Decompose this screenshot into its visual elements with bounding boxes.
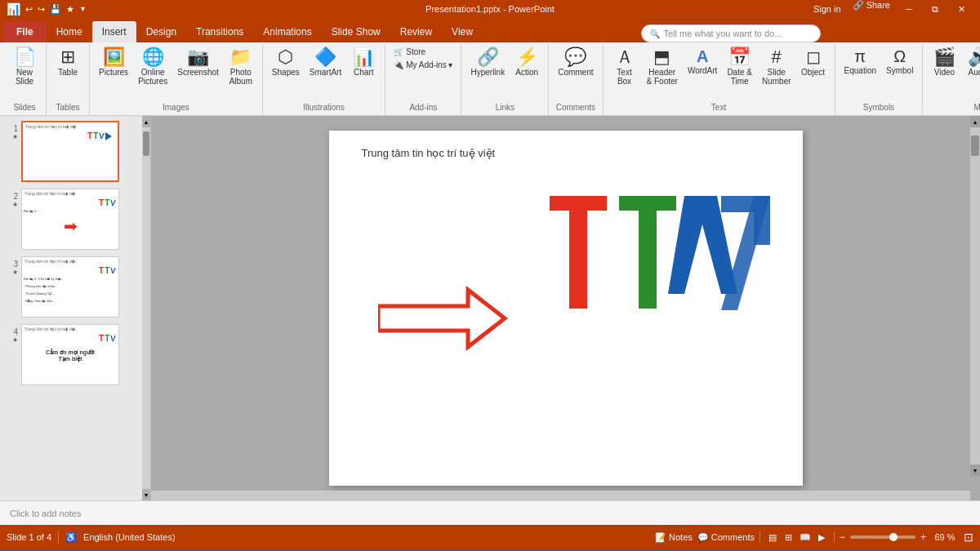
fit-btn[interactable]: ⊡: [964, 531, 973, 544]
hyperlink-button[interactable]: 🔗 Hyperlink: [466, 46, 509, 79]
comments-btn[interactable]: 💬 Comments: [697, 532, 755, 543]
smartart-button[interactable]: 🔷 SmartArt: [305, 46, 345, 79]
wordart-button[interactable]: A WordArt: [684, 46, 722, 78]
wordart-icon: A: [697, 48, 708, 64]
new-slide-button[interactable]: 📄 NewSlide: [8, 46, 41, 88]
restore-button[interactable]: ⧉: [923, 0, 947, 18]
my-addins-button[interactable]: 🔌 My Add-ins ▾: [390, 59, 456, 71]
photo-album-button[interactable]: 📁 PhotoAlbum: [225, 46, 257, 88]
slide-number-1: 1: [5, 121, 18, 133]
comment-button[interactable]: 💬 Comment: [554, 46, 597, 79]
close-button[interactable]: ✕: [949, 0, 973, 18]
quick-access-star[interactable]: ★: [66, 4, 74, 15]
slide-number-button[interactable]: # SlideNumber: [758, 46, 795, 88]
slide-thumb-2[interactable]: 2 ★ Trung tâm tin học trí tuệ việt T T V…: [3, 187, 147, 251]
header-footer-button[interactable]: ⬒ Header& Footer: [643, 46, 682, 88]
comments-group-label: Comments: [554, 103, 597, 113]
notes-btn[interactable]: 📝 Notes: [655, 532, 693, 543]
ribbon-group-addins: 🛒 Store 🔌 My Add-ins ▾ Add-ins: [385, 44, 461, 115]
video-icon: 🎬: [933, 48, 956, 66]
zoom-level[interactable]: 69 %: [931, 532, 959, 542]
slideshow-btn[interactable]: ▶: [814, 530, 829, 544]
photo-album-icon: 📁: [229, 48, 252, 66]
slides-group-content: 📄 NewSlide: [8, 46, 41, 103]
slide-thumbnail-1: Trung tâm tin học trí tuệ việt T T V: [21, 121, 119, 182]
tab-file[interactable]: File: [3, 21, 47, 42]
slide-thumb-4[interactable]: 4 ★ Trung tâm tin học trí tuệ việt T T V…: [3, 322, 147, 387]
action-button[interactable]: ⚡ Action: [510, 46, 543, 79]
slide-panel-scrollbar[interactable]: ▲ ▼: [142, 116, 150, 500]
slide-star-4: ★: [12, 336, 18, 344]
canvas-scroll-up[interactable]: ▲: [970, 116, 980, 127]
minimize-button[interactable]: ─: [897, 0, 921, 18]
zoom-plus[interactable]: +: [920, 531, 926, 543]
action-icon: ⚡: [516, 48, 538, 66]
svg-marker-0: [105, 132, 112, 140]
canvas-vscrollbar[interactable]: ▲ ▼: [970, 116, 980, 476]
quick-access-dropdown[interactable]: ▼: [79, 5, 87, 13]
ribbon-group-symbols: π Equation Ω Symbol Symbols: [835, 44, 924, 115]
screenshot-button[interactable]: 📷 Screenshot: [173, 46, 223, 79]
video-button[interactable]: 🎬 Video: [928, 46, 960, 79]
tab-view[interactable]: View: [442, 21, 483, 42]
quick-access-save[interactable]: 💾: [50, 4, 61, 15]
textbox-icon: Ａ: [616, 48, 634, 66]
object-button[interactable]: ◻ Object: [797, 46, 830, 79]
tab-transitions[interactable]: Transitions: [186, 21, 253, 42]
chart-icon: 📊: [353, 48, 375, 66]
addins-group-content: 🛒 Store 🔌 My Add-ins ▾: [390, 46, 456, 103]
reading-view-btn[interactable]: 📖: [798, 530, 813, 544]
canvas-scroll-track: [970, 127, 980, 464]
symbol-icon: Ω: [893, 48, 906, 64]
screenshot-icon: 📷: [187, 48, 209, 66]
tab-insert[interactable]: Insert: [92, 21, 136, 42]
notes-bar[interactable]: Click to add notes: [0, 500, 980, 525]
normal-view-btn[interactable]: ▤: [765, 530, 780, 544]
thumb-farewell: Cảm ơn mọi ngườiTạm biệt: [46, 349, 95, 362]
textbox-button[interactable]: Ａ TextBox: [608, 46, 641, 88]
addins-group-label: Add-ins: [390, 103, 456, 113]
ribbon: 📄 NewSlide Slides ⊞ Table Tables 🖼️ Pict…: [0, 42, 980, 116]
slide-panel: 1 ★ Trung tâm tin học trí tuệ việt T T V: [0, 116, 151, 500]
slide-thumb-1[interactable]: 1 ★ Trung tâm tin học trí tuệ việt T T V: [3, 119, 147, 184]
zoom-thumb: [889, 533, 898, 541]
zoom-minus[interactable]: −: [840, 531, 845, 543]
slides-group-label: Slides: [8, 103, 41, 113]
store-button[interactable]: 🛒 Store: [390, 46, 456, 58]
slide-num-wrap-3: 3 ★: [5, 256, 18, 276]
addins-col: 🛒 Store 🔌 My Add-ins ▾: [390, 46, 456, 71]
slide-thumb-3[interactable]: 3 ★ Trung tâm tin học trí tuệ việt T T V…: [3, 255, 147, 319]
symbol-button[interactable]: Ω Symbol: [882, 46, 917, 78]
audio-button[interactable]: 🔊 Audio: [962, 46, 980, 79]
slide-thumbnail-3: Trung tâm tin học trí tuệ việt T T V Bài…: [21, 256, 119, 318]
tab-design[interactable]: Design: [136, 21, 186, 42]
scroll-up[interactable]: ▲: [142, 116, 150, 127]
quick-access-redo[interactable]: ↪: [38, 4, 45, 15]
canvas-hscrollbar[interactable]: [151, 491, 970, 500]
chart-button[interactable]: 📊 Chart: [347, 46, 380, 79]
slide-sorter-btn[interactable]: ⊞: [782, 530, 796, 544]
search-input[interactable]: 🔍 Tell me what you want to do...: [641, 24, 821, 42]
tab-animations[interactable]: Animations: [253, 21, 321, 42]
canvas-scroll-down[interactable]: ▼: [970, 464, 980, 476]
window-controls: Sign in 🔗 Share ─ ⧉ ✕: [808, 0, 973, 18]
slide-num-wrap-2: 2 ★: [5, 189, 18, 208]
tab-home[interactable]: Home: [47, 21, 92, 42]
slide-star-2: ★: [12, 201, 18, 208]
status-divider-1: [58, 531, 59, 543]
shapes-button[interactable]: ⬡ Shapes: [268, 46, 304, 79]
table-button[interactable]: ⊞ Table: [51, 46, 84, 79]
zoom-slider[interactable]: [850, 535, 915, 539]
sign-in-button[interactable]: Sign in: [808, 0, 846, 18]
tab-slideshow[interactable]: Slide Show: [322, 21, 390, 42]
pictures-button[interactable]: 🖼️ Pictures: [95, 46, 132, 79]
scroll-down[interactable]: ▼: [142, 489, 150, 500]
slide-thumbnail-4: Trung tâm tin học trí tuệ việt T T V Cảm…: [21, 324, 119, 385]
tab-review[interactable]: Review: [390, 21, 442, 42]
date-time-button[interactable]: 📅 Date &Time: [723, 46, 756, 88]
quick-access-undo[interactable]: ↩: [25, 4, 33, 15]
equation-button[interactable]: π Equation: [840, 46, 880, 78]
share-button[interactable]: 🔗 Share: [848, 0, 895, 18]
online-pictures-button[interactable]: 🌐 OnlinePictures: [134, 46, 172, 88]
comments-label: Comments: [711, 532, 755, 542]
